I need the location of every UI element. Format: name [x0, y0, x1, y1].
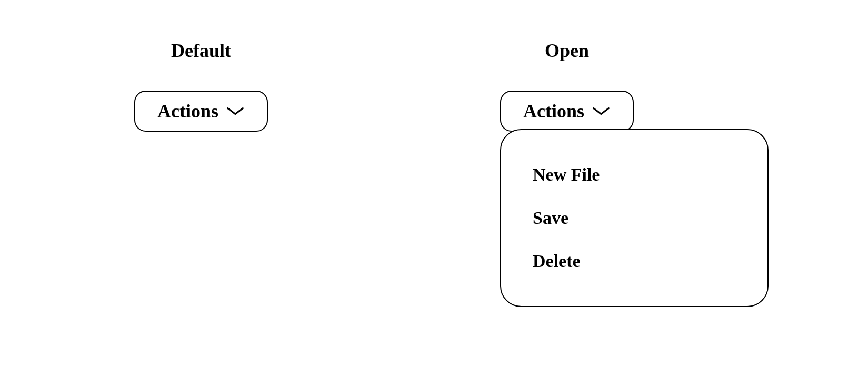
menu-item-new-file[interactable]: New File — [533, 153, 736, 196]
actions-dropdown-button-default[interactable]: Actions — [134, 91, 268, 132]
chevron-down-icon — [592, 106, 611, 116]
default-state-label: Default — [171, 40, 231, 62]
open-state-label: Open — [545, 40, 589, 62]
chevron-down-icon — [226, 106, 245, 116]
menu-item-delete[interactable]: Delete — [533, 240, 736, 283]
open-state-column: Open Actions — [500, 40, 634, 132]
menu-item-save[interactable]: Save — [533, 196, 736, 240]
actions-dropdown-menu: New File Save Delete — [500, 129, 769, 307]
dropdown-button-label: Actions — [523, 100, 584, 122]
actions-dropdown-button-open[interactable]: Actions — [500, 91, 634, 132]
default-state-column: Default Actions — [134, 40, 268, 132]
dropdown-button-label: Actions — [157, 100, 218, 122]
